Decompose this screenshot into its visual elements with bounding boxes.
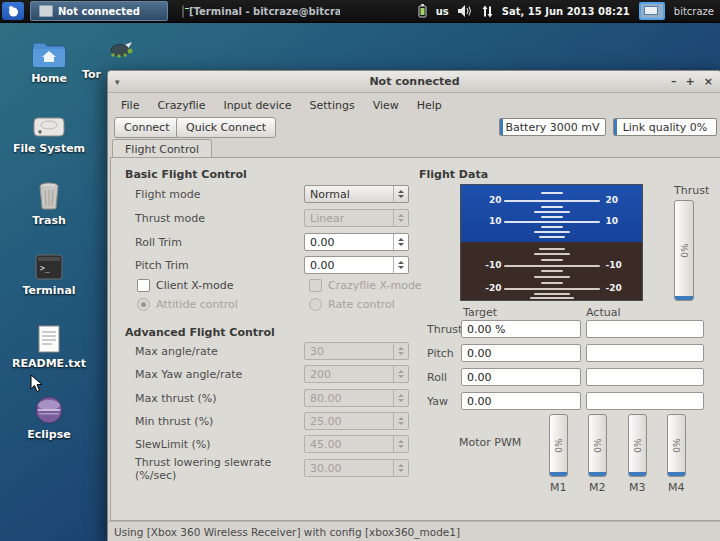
horizon-tick (541, 282, 563, 284)
desktop-icon-eclipse[interactable]: Eclipse (11, 394, 87, 441)
desktop-icon-label: Home (11, 72, 87, 85)
motor1-fill (550, 472, 567, 476)
network-arrows-icon[interactable] (482, 5, 493, 18)
menu-view[interactable]: View (364, 95, 408, 116)
minimize-button[interactable]: – (671, 72, 677, 91)
taskbar-item-terminal[interactable]: [Terminal - bitcraze@bitcra... (174, 2, 340, 20)
horizon-tick (541, 216, 563, 218)
motor3-value: 0% (628, 437, 647, 454)
desktop-icon-trash[interactable]: Trash (11, 180, 87, 227)
dropdown-arrows-icon[interactable] (393, 186, 408, 202)
thrust-lowering-spinbox: 30.00 (304, 459, 409, 477)
horizon-tick (534, 231, 570, 233)
slewlimit-label: SlewLimit (%) (135, 438, 211, 451)
quick-connect-button[interactable]: Quick Connect (176, 117, 276, 138)
thrust-actual-field[interactable] (586, 320, 704, 338)
motor3-fill (629, 472, 646, 476)
motor1-progressbar: 0% (549, 414, 568, 477)
desktop-icon-readme[interactable]: README.txt (11, 323, 87, 370)
link-quality-label: Link quality 0% (623, 121, 708, 134)
horizon-scale-label: 20 (478, 195, 502, 205)
horizon-tick (504, 265, 600, 267)
maximize-button[interactable]: + (686, 72, 695, 91)
basic-flight-control-heading: Basic Flight Control (125, 168, 247, 181)
xfce-mouse-icon (7, 5, 20, 17)
checkbox-icon[interactable] (137, 279, 150, 292)
pitch-target-value: 0.00 (467, 347, 492, 360)
desktop-icon-terminal[interactable]: >_ Terminal (11, 250, 87, 297)
battery-label: Battery 3000 mV (506, 121, 600, 134)
crazyflie-xmode-checkbox: Crazyflie X-mode (309, 279, 422, 292)
menu-help[interactable]: Help (408, 95, 451, 116)
thrust-lowering-value: 30.00 (305, 462, 393, 475)
max-thrust-spinbox: 80.00 (304, 389, 409, 407)
min-thrust-label: Min thrust (%) (135, 415, 213, 428)
terminal-icon (182, 5, 184, 18)
keyboard-layout-indicator[interactable]: us (436, 6, 449, 17)
horizon-scale-label: -20 (478, 283, 502, 293)
svg-text:>_: >_ (40, 264, 50, 273)
drive-icon (11, 108, 87, 138)
roll-target-field[interactable]: 0.00 (461, 368, 581, 386)
menu-file[interactable]: File (112, 95, 148, 116)
close-button[interactable]: × (704, 72, 713, 91)
battery-icon[interactable] (418, 4, 427, 18)
horizon-tick (534, 293, 570, 295)
spin-arrows-icon[interactable] (393, 234, 408, 250)
motor3-progressbar: 0% (628, 414, 647, 477)
tab-bar: Flight Control (108, 139, 720, 158)
roll-trim-spinbox[interactable]: 0.00 (304, 233, 409, 251)
menu-settings[interactable]: Settings (301, 95, 364, 116)
max-angle-value: 30 (305, 345, 393, 358)
terminal-app-icon: >_ (11, 250, 87, 280)
thrust-bar-label: Thrust (674, 184, 709, 197)
motor2-label: M2 (589, 481, 606, 494)
row-pitch-label: Pitch (427, 347, 454, 360)
eclipse-icon (11, 394, 87, 424)
client-xmode-label: Client X-mode (156, 279, 234, 292)
motor2-value: 0% (588, 437, 607, 454)
window-menu-icon[interactable]: ▾ (115, 77, 120, 87)
flight-data-heading: Flight Data (419, 168, 488, 181)
pitch-trim-spinbox[interactable]: 0.00 (304, 256, 409, 274)
applications-menu-button[interactable] (2, 2, 24, 20)
yaw-target-field[interactable]: 0.00 (461, 392, 581, 410)
thrust-target-field[interactable]: 0.00 % (461, 320, 581, 338)
thrust-progress-fill (675, 296, 693, 300)
volume-icon[interactable] (458, 5, 473, 17)
min-thrust-value: 25.00 (305, 415, 393, 428)
pitch-target-field[interactable]: 0.00 (461, 344, 581, 362)
desktop-icon-filesystem[interactable]: File System (11, 108, 87, 155)
taskbar-item-crazyflie[interactable]: Not connected (30, 1, 168, 21)
panel-clock[interactable]: Sat, 15 Jun 2013 08:21 (502, 6, 630, 17)
horizon-tick (541, 192, 563, 194)
connect-button[interactable]: Connect (114, 117, 179, 138)
desktop-icon-home[interactable]: Home (11, 38, 87, 85)
username-label: bitcraze (674, 6, 714, 17)
taskbar-label: [Terminal - bitcraze@bitcra... (189, 6, 340, 17)
spin-arrows-icon (393, 436, 408, 452)
yaw-actual-field[interactable] (586, 392, 704, 410)
window-titlebar[interactable]: ▾ Not connected – + × (108, 71, 720, 93)
yaw-target-value: 0.00 (467, 395, 492, 408)
tab-flight-control[interactable]: Flight Control (112, 139, 212, 158)
horizon-tick (534, 211, 570, 213)
spin-arrows-icon[interactable] (393, 257, 408, 273)
horizon-scale-label: -10 (478, 260, 502, 270)
attitude-control-radio: Attitide control (137, 298, 238, 311)
menu-input-device[interactable]: Input device (214, 95, 300, 116)
workspace-switcher[interactable] (639, 2, 665, 20)
motor2-fill (589, 472, 606, 476)
desktop-icon-turtle[interactable] (108, 40, 136, 61)
row-roll-label: Roll (427, 371, 447, 384)
client-xmode-checkbox[interactable]: Client X-mode (137, 279, 234, 292)
pitch-actual-field[interactable] (586, 344, 704, 362)
flight-mode-select[interactable]: Normal (304, 185, 409, 203)
thrust-lowering-label: Thrust lowering slewrate (135, 456, 271, 469)
motor-pwm-label: Motor PWM (459, 436, 521, 449)
menu-crazyflie[interactable]: Crazyflie (148, 95, 214, 116)
desktop-icon-label-partial: Tor (82, 68, 101, 81)
horizon-tick (539, 236, 565, 238)
crazyflie-xmode-label: Crazyflie X-mode (328, 279, 422, 292)
roll-actual-field[interactable] (586, 368, 704, 386)
